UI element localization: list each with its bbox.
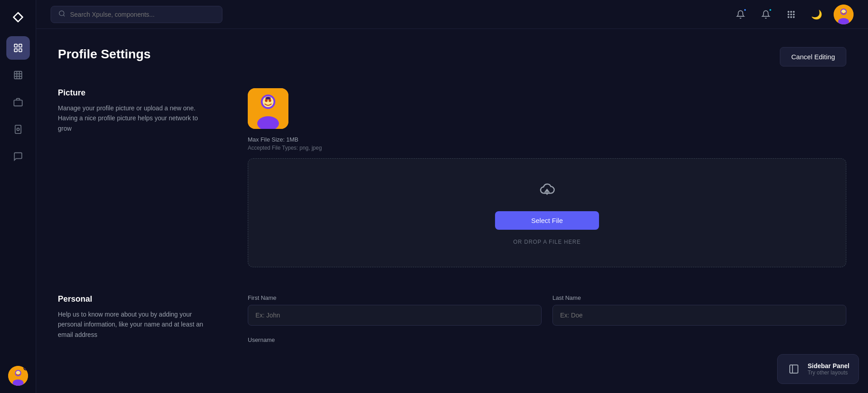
svg-rect-3: [19, 49, 21, 52]
last-name-input[interactable]: [552, 305, 846, 326]
bell-icon[interactable]: [758, 6, 774, 23]
apps-icon[interactable]: [783, 6, 799, 23]
svg-point-20: [793, 11, 795, 12]
svg-rect-0: [14, 44, 17, 47]
picture-section-info: Picture Manage your profile picture or u…: [58, 88, 212, 267]
picture-section-desc: Manage your profile picture or upload a …: [58, 103, 212, 133]
panel-title: Sidebar Panel: [807, 362, 849, 369]
theme-toggle[interactable]: 🌙: [808, 6, 825, 23]
svg-line-17: [63, 15, 65, 16]
username-row: Username: [248, 336, 846, 343]
svg-point-21: [788, 14, 789, 15]
sidebar-user-avatar[interactable]: [8, 366, 28, 386]
cancel-editing-button[interactable]: Cancel Editing: [780, 47, 846, 66]
drop-zone-label: OR DROP A FILE HERE: [513, 239, 580, 245]
picture-section-title: Picture: [58, 88, 212, 98]
select-file-button[interactable]: Select File: [495, 211, 599, 230]
svg-point-16: [59, 11, 64, 16]
svg-rect-38: [790, 365, 798, 373]
personal-section-title: Personal: [58, 294, 212, 304]
svg-rect-2: [14, 49, 17, 52]
username-group: Username: [248, 336, 846, 343]
bell-dot: [769, 8, 772, 12]
first-name-label: First Name: [248, 294, 542, 301]
main-area: 🌙 Profile Settings Cancel Editing Pi: [36, 0, 868, 393]
name-row: First Name Last Name: [248, 294, 846, 326]
svg-point-37: [265, 97, 271, 99]
username-label: Username: [248, 336, 846, 343]
search-box[interactable]: [51, 6, 222, 23]
svg-point-22: [791, 14, 792, 15]
first-name-group: First Name: [248, 294, 542, 326]
svg-point-25: [791, 16, 792, 18]
personal-section-content: First Name Last Name Username: [248, 294, 846, 354]
picture-section: Picture Manage your profile picture or u…: [58, 88, 846, 267]
svg-point-18: [788, 11, 789, 12]
upload-icon: [538, 180, 556, 202]
svg-rect-4: [14, 71, 22, 79]
topbar-right: 🌙: [732, 5, 854, 24]
sidebar-item-dashboard[interactable]: [6, 36, 30, 60]
last-name-group: Last Name: [552, 294, 846, 326]
picture-section-content: Max File Size: 1MB Accepted File Types: …: [248, 88, 846, 267]
content-area: Profile Settings Cancel Editing Picture …: [36, 29, 868, 393]
notifications-icon[interactable]: [732, 6, 749, 23]
file-type-info: Accepted File Types: png, jpeg: [248, 145, 846, 151]
avatar-notification-dot: [24, 366, 28, 370]
avatar-preview: [248, 88, 288, 129]
sidebar-panel-icon: [787, 362, 801, 376]
sidebar-item-notes[interactable]: [6, 145, 30, 168]
notification-dot: [743, 8, 747, 12]
last-name-label: Last Name: [552, 294, 846, 301]
panel-text: Sidebar Panel Try other layouts: [807, 362, 849, 376]
sidebar-item-grid[interactable]: [6, 63, 30, 87]
sidebar: [0, 0, 36, 393]
svg-point-11: [17, 128, 19, 131]
first-name-input[interactable]: [248, 305, 542, 326]
search-icon: [58, 10, 66, 19]
file-size-info: Max File Size: 1MB: [248, 136, 846, 143]
upload-drop-zone[interactable]: Select File OR DROP A FILE HERE: [248, 158, 846, 267]
search-input[interactable]: [70, 11, 215, 18]
topbar-avatar[interactable]: [834, 5, 854, 24]
sidebar-item-file[interactable]: [6, 118, 30, 141]
svg-rect-10: [15, 125, 21, 133]
sidebar-item-briefcase[interactable]: [6, 90, 30, 114]
svg-rect-9: [14, 100, 22, 106]
page-header: Profile Settings Cancel Editing: [58, 47, 846, 66]
svg-point-26: [793, 16, 795, 18]
topbar: 🌙: [36, 0, 868, 29]
svg-point-24: [788, 16, 789, 18]
svg-point-19: [791, 11, 792, 12]
bottom-layout-panel[interactable]: Sidebar Panel Try other layouts: [777, 354, 859, 384]
svg-point-23: [793, 14, 795, 15]
personal-section: Personal Help us to know more about you …: [58, 294, 846, 354]
app-logo[interactable]: [8, 7, 28, 27]
personal-section-info: Personal Help us to know more about you …: [58, 294, 212, 354]
personal-section-desc: Help us to know more about you by adding…: [58, 309, 212, 340]
svg-rect-1: [19, 44, 21, 47]
page-title: Profile Settings: [58, 47, 151, 62]
panel-subtitle: Try other layouts: [807, 369, 849, 376]
